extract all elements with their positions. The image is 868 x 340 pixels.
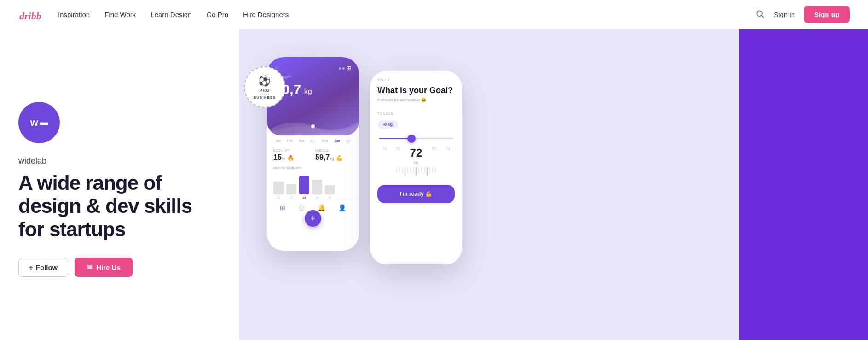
follow-button[interactable]: + Follow <box>18 258 68 277</box>
p1-weight-unit: kg <box>304 88 312 95</box>
svg-point-3 <box>311 124 315 128</box>
p1-trash-icon: 🗑 <box>298 204 305 211</box>
mail-icon: ✉ <box>87 263 93 271</box>
hero-section: w ▬ widelab A wide range of design & dev… <box>0 29 868 340</box>
p1-person-icon: 👤 <box>338 204 346 211</box>
svg-text:dribbble: dribbble <box>19 10 41 22</box>
p1-fab[interactable]: + <box>305 210 321 227</box>
nav-links: Inspiration Find Work Learn Design Go Pr… <box>58 11 289 18</box>
svg-line-2 <box>762 16 764 18</box>
phone-2: STEP 1 What is your Goal? It should be a… <box>370 71 462 264</box>
hero-right: ⚽ PRO ●●●●● BUSINESS ← <box>239 29 868 340</box>
p1-bodyfat-val: 15 <box>273 153 282 161</box>
p1-summary: MONTH SUMMARY 21 22 23 24 <box>267 166 359 199</box>
logo[interactable]: dribbble <box>18 6 41 24</box>
p2-option-label: TO LOSE <box>377 111 455 116</box>
signin-link[interactable]: Sign in <box>774 11 795 18</box>
signup-button[interactable]: Sign up <box>804 6 850 23</box>
team-name: widelab <box>18 156 212 166</box>
plus-icon: + <box>29 264 33 271</box>
badge-business-text: BUSINESS <box>254 95 276 100</box>
avatar-letter: w <box>30 117 38 129</box>
p2-step: STEP 1 <box>377 78 455 82</box>
avatar-icon: ▬ <box>40 117 48 127</box>
p2-question: What is your Goal? <box>377 85 455 96</box>
pro-badge: ⚽ PRO ●●●●● BUSINESS <box>244 66 285 108</box>
p2-subtitle: It should be achievable 😄 <box>377 98 455 102</box>
p2-slider-thumb[interactable] <box>407 135 416 143</box>
hero-headline: A wide range of design & dev skills for … <box>18 171 212 241</box>
hero-actions: + Follow ✉ Hire Us <box>18 258 212 277</box>
nav-hire-designers[interactable]: Hire Designers <box>243 11 289 18</box>
p1-weight-label: WEIGHT <box>274 76 352 80</box>
p1-months: Jan Feb Mar Apr May Jun Jul <box>267 135 359 144</box>
badge-pro-text: PRO <box>260 88 270 93</box>
team-avatar: w ▬ <box>18 102 60 143</box>
p2-numbers: 70 71 72 73 74 <box>377 147 455 159</box>
p1-bodyfat-label: BODY FAT <box>273 149 311 152</box>
p1-muscle-label: MUSCLE <box>315 149 353 152</box>
navbar: dribbble Inspiration Find Work Learn Des… <box>0 0 868 29</box>
nav-learn-design[interactable]: Learn Design <box>150 11 191 18</box>
p2-chip: -8 kg <box>377 120 398 129</box>
p1-bell-icon: 🔔 <box>318 204 325 211</box>
svg-point-1 <box>757 11 762 16</box>
search-button[interactable] <box>755 9 764 20</box>
nav-right: Sign in Sign up <box>755 6 850 23</box>
p2-slider[interactable] <box>377 138 455 139</box>
p1-nav: ← ⊞ <box>274 64 352 72</box>
p2-ready-button[interactable]: I'm ready 💪 <box>377 185 455 203</box>
phone-mockups: ← ⊞ WEIGHT 80,7 kg <box>267 57 462 264</box>
p1-stats: BODY FAT 15% 🔥 MUSCLE 59,7kg 💪 <box>267 144 359 166</box>
hero-left: w ▬ widelab A wide range of design & dev… <box>18 93 212 277</box>
nav-left: dribbble Inspiration Find Work Learn Des… <box>18 6 289 24</box>
nav-find-work[interactable]: Find Work <box>104 11 136 18</box>
badge-ball-icon: ⚽ <box>258 75 271 87</box>
p1-grid-icon: ⊞ <box>280 204 285 211</box>
hire-button[interactable]: ✉ Hire Us <box>75 258 133 277</box>
p2-ticks <box>377 167 455 176</box>
bg-purple <box>739 29 868 340</box>
nav-go-pro[interactable]: Go Pro <box>207 11 229 18</box>
p2-unit: kg <box>377 160 455 164</box>
p1-muscle-val: 59,7 <box>315 153 330 161</box>
nav-inspiration[interactable]: Inspiration <box>58 11 90 18</box>
